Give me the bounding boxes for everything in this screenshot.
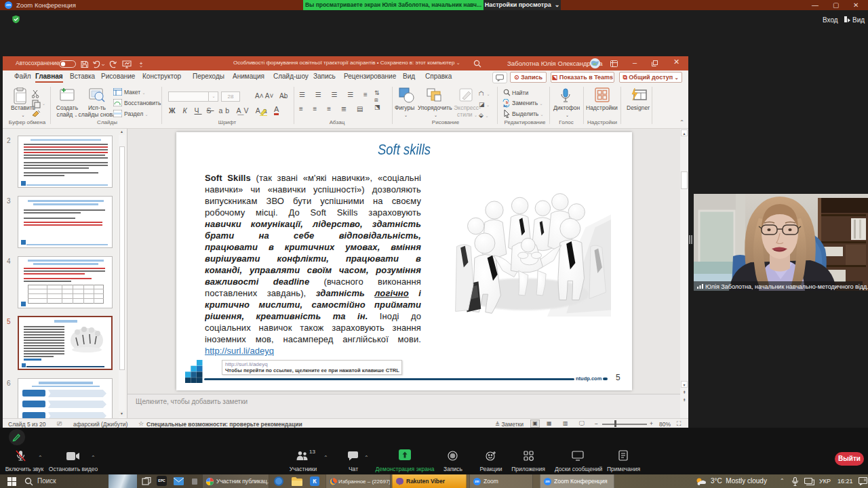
svg-text:ac: ac — [503, 104, 508, 108]
svg-text:Юлія Заболотна, начальник навч: Юлія Заболотна, начальник навчально-мето… — [705, 283, 868, 290]
